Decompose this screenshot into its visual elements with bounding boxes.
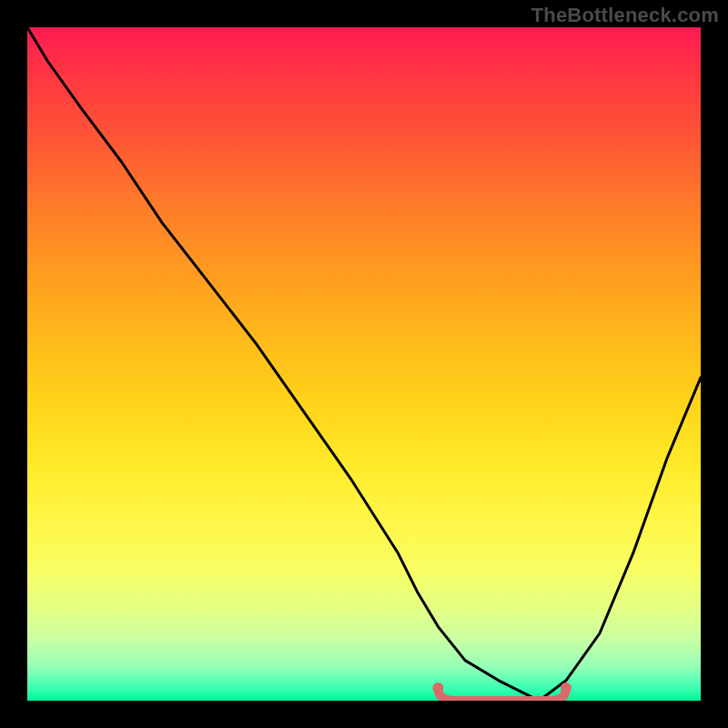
minimum-region-start-dot <box>432 682 443 693</box>
bottleneck-curve <box>27 27 701 701</box>
minimum-region-end-dot <box>561 682 571 693</box>
chart-container: TheBottleneck.com <box>0 0 728 728</box>
chart-overlay <box>27 27 701 701</box>
watermark-text: TheBottleneck.com <box>531 4 719 27</box>
plot-area <box>27 27 701 701</box>
